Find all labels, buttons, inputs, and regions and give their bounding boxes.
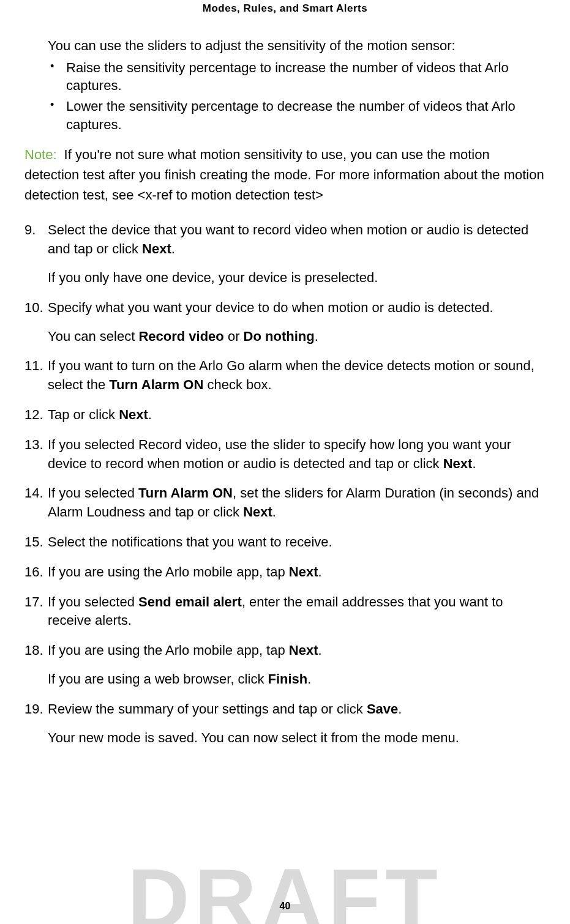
step-text: Select the device that you want to recor…	[48, 222, 528, 256]
step-item: 9.Select the device that you want to rec…	[24, 221, 546, 287]
step-item: 12.Tap or click Next.	[24, 406, 546, 425]
step-number: 14.	[24, 484, 43, 503]
step-item: 14.If you selected Turn Alarm ON, set th…	[24, 484, 546, 522]
step-item: 17.If you selected Send email alert, ent…	[24, 593, 546, 631]
body-text: .	[318, 564, 322, 579]
body-text: Review the summary of your settings and …	[48, 701, 367, 717]
step-number: 11.	[24, 357, 43, 376]
step-text: If you selected Turn Alarm ON, set the s…	[48, 485, 539, 520]
body-text: You can select	[48, 329, 138, 344]
document-page: Modes, Rules, and Smart Alerts You can u…	[0, 0, 570, 924]
body-text: .	[472, 456, 476, 471]
body-text: Your new mode is saved. You can now sele…	[48, 730, 459, 745]
body-text: Select the device that you want to recor…	[48, 222, 528, 256]
step-number: 16.	[24, 563, 43, 582]
bold-text: Next	[289, 564, 318, 579]
body-text: .	[307, 671, 311, 687]
bold-text: Do nothing	[244, 329, 315, 344]
body-text: Select the notifications that you want t…	[48, 534, 332, 550]
step-text: If you selected Send email alert, enter …	[48, 594, 503, 628]
step-subtext: You can select Record video or Do nothin…	[48, 327, 546, 346]
step-item: 11.If you want to turn on the Arlo Go al…	[24, 357, 546, 395]
body-text: If you only have one device, your device…	[48, 270, 378, 285]
step-number: 10.	[24, 299, 43, 318]
note-text: If you're not sure what motion sensitivi…	[24, 147, 544, 203]
step-item: 16.If you are using the Arlo mobile app,…	[24, 563, 546, 582]
note-block: Note:If you're not sure what motion sens…	[24, 144, 546, 205]
body-text: .	[272, 504, 276, 520]
step-number: 9.	[24, 221, 36, 240]
step-number: 15.	[24, 533, 43, 552]
step-text: If you want to turn on the Arlo Go alarm…	[48, 358, 534, 392]
body-text: .	[398, 701, 402, 717]
step-subtext: If you only have one device, your device…	[48, 269, 546, 288]
step-subtext: If you are using a web browser, click Fi…	[48, 670, 546, 689]
body-text: If you are using the Arlo mobile app, ta…	[48, 643, 289, 658]
body-text: If you selected	[48, 594, 138, 609]
step-item: 10.Specify what you want your device to …	[24, 299, 546, 346]
bold-text: Next	[119, 407, 148, 422]
body-text: .	[171, 241, 175, 256]
bold-text: Next	[243, 504, 272, 520]
step-text: Select the notifications that you want t…	[48, 534, 332, 550]
body-text: Tap or click	[48, 407, 119, 422]
step-number: 17.	[24, 593, 43, 612]
page-number: 40	[280, 901, 291, 912]
list-item: Raise the sensitivity percentage to incr…	[48, 59, 546, 95]
body-text: If you selected Record video, use the sl…	[48, 437, 511, 471]
bullet-list: Raise the sensitivity percentage to incr…	[24, 59, 546, 134]
bold-text: Turn Alarm ON	[109, 377, 203, 392]
step-item: 18.If you are using the Arlo mobile app,…	[24, 641, 546, 689]
step-text: Tap or click Next.	[48, 407, 152, 422]
step-text: Specify what you want your device to do …	[48, 300, 493, 315]
step-text: If you are using the Arlo mobile app, ta…	[48, 564, 322, 579]
body-text: check box.	[203, 377, 271, 392]
body-text: .	[148, 407, 152, 422]
bold-text: Finish	[268, 671, 308, 687]
draft-watermark: DRAFT	[127, 849, 442, 924]
step-number: 19.	[24, 700, 43, 719]
page-header: Modes, Rules, and Smart Alerts	[24, 0, 546, 37]
body-text: Specify what you want your device to do …	[48, 300, 493, 315]
note-label: Note:	[24, 147, 57, 162]
step-item: 19.Review the summary of your settings a…	[24, 700, 546, 748]
body-text: .	[318, 643, 322, 658]
step-item: 15.Select the notifications that you wan…	[24, 533, 546, 552]
body-text: or	[224, 329, 244, 344]
list-item: Lower the sensitivity percentage to decr…	[48, 97, 546, 133]
body-text: If you are using the Arlo mobile app, ta…	[48, 564, 289, 579]
steps-list: 9.Select the device that you want to rec…	[24, 221, 546, 747]
step-text: If you are using the Arlo mobile app, ta…	[48, 643, 322, 658]
step-text: If you selected Record video, use the sl…	[48, 437, 511, 471]
step-number: 18.	[24, 641, 43, 660]
intro-text: You can use the sliders to adjust the se…	[24, 37, 546, 55]
bold-text: Save	[367, 701, 398, 717]
bold-text: Next	[142, 241, 171, 256]
step-subtext: Your new mode is saved. You can now sele…	[48, 729, 546, 748]
bold-text: Turn Alarm ON	[138, 485, 233, 501]
body-text: If you are using a web browser, click	[48, 671, 268, 687]
step-number: 13.	[24, 436, 43, 455]
step-number: 12.	[24, 406, 43, 425]
bold-text: Record video	[138, 329, 223, 344]
body-text: .	[315, 329, 318, 344]
bold-text: Next	[289, 643, 318, 658]
body-text: If you selected	[48, 485, 138, 501]
bold-text: Send email alert	[138, 594, 242, 609]
step-text: Review the summary of your settings and …	[48, 701, 402, 717]
step-item: 13.If you selected Record video, use the…	[24, 436, 546, 474]
bold-text: Next	[443, 456, 473, 471]
